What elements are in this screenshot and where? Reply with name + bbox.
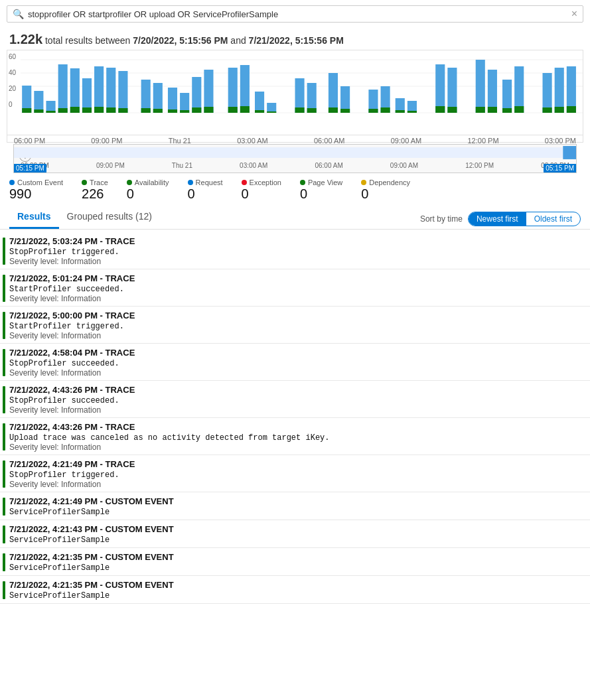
metric-dot-page-view: [300, 180, 305, 185]
svg-rect-67: [502, 108, 512, 113]
svg-rect-11: [58, 108, 68, 113]
svg-rect-38: [255, 92, 264, 113]
svg-rect-23: [141, 108, 151, 113]
result-message: StopProfiler triggered.: [9, 247, 581, 257]
metric-value-request: 0: [188, 186, 223, 202]
result-message: ServiceProfilerSample: [9, 508, 581, 517]
svg-rect-13: [70, 107, 80, 113]
result-title[interactable]: 7/21/2022, 4:21:49 PM - CUSTOM EVENT: [9, 496, 581, 506]
metric-label-trace: Trace: [82, 178, 108, 186]
svg-rect-31: [192, 107, 201, 113]
svg-rect-47: [329, 107, 338, 113]
metric-availability: Availability 0: [127, 178, 169, 202]
svg-rect-66: [502, 80, 512, 113]
result-item: 7/21/2022, 4:21:35 PM - CUSTOM EVENTServ…: [0, 548, 590, 576]
svg-rect-41: [267, 111, 276, 113]
svg-rect-34: [228, 68, 238, 113]
metric-value-custom-event: 990: [9, 186, 63, 202]
metric-dot-availability: [127, 180, 132, 185]
chart-container: 60 40 20 0: [7, 50, 583, 173]
result-message: StopProfiler succeeded.: [9, 359, 581, 368]
svg-rect-53: [381, 107, 390, 113]
svg-rect-62: [476, 60, 485, 113]
svg-rect-40: [267, 103, 276, 113]
results-list: 7/21/2022, 5:03:24 PM - TRACEStopProfile…: [0, 230, 590, 606]
result-title[interactable]: 7/21/2022, 4:58:04 PM - TRACE: [9, 348, 581, 358]
svg-rect-28: [180, 93, 189, 113]
result-item: 7/21/2022, 4:21:49 PM - TRACEStopProfile…: [0, 455, 590, 492]
svg-rect-73: [555, 107, 564, 113]
sort-oldest-button[interactable]: Oldest first: [526, 212, 580, 226]
tabs-bar: Results Grouped results (12) Sort by tim…: [0, 204, 590, 230]
result-title[interactable]: 7/21/2022, 5:00:00 PM - TRACE: [9, 311, 581, 320]
metric-dependency: Dependency 0: [361, 178, 410, 202]
result-title[interactable]: 7/21/2022, 5:01:24 PM - TRACE: [9, 273, 581, 283]
svg-rect-57: [407, 111, 417, 113]
svg-rect-70: [543, 73, 552, 113]
svg-rect-25: [153, 109, 163, 113]
tabs-left: Results Grouped results (12): [9, 208, 160, 229]
metric-label-availability: Availability: [127, 178, 169, 186]
svg-rect-36: [240, 65, 250, 113]
result-title[interactable]: 7/21/2022, 4:21:35 PM - CUSTOM EVENT: [9, 580, 581, 590]
result-severity: Severity level: Information: [9, 368, 581, 378]
result-severity: Severity level: Information: [9, 331, 581, 340]
svg-rect-45: [307, 108, 317, 113]
result-title[interactable]: 7/21/2022, 4:21:49 PM - TRACE: [9, 459, 581, 469]
svg-rect-60: [447, 68, 457, 113]
result-message: Upload trace was canceled as no activity…: [9, 433, 581, 443]
metrics-row: Custom Event 990 Trace 226 Availability …: [0, 173, 590, 204]
svg-rect-55: [396, 110, 405, 113]
svg-rect-5: [22, 108, 31, 113]
svg-rect-51: [368, 109, 378, 113]
result-title[interactable]: 7/21/2022, 4:21:43 PM - CUSTOM EVENT: [9, 524, 581, 534]
close-icon[interactable]: ×: [571, 9, 577, 19]
result-message: ServiceProfilerSample: [9, 535, 581, 545]
chart-area[interactable]: 60 40 20 0: [7, 50, 583, 143]
metric-value-trace: 226: [82, 186, 108, 202]
timeline-left-handle[interactable]: 05:15 PM: [14, 164, 46, 173]
svg-rect-43: [295, 107, 305, 113]
result-severity: Severity level: Information: [9, 294, 581, 303]
metric-dot-request: [188, 180, 193, 185]
result-title[interactable]: 7/21/2022, 4:43:26 PM - TRACE: [9, 385, 581, 395]
y-label-40: 40: [9, 69, 16, 76]
result-message: StartProfiler triggered.: [9, 322, 581, 331]
result-item: 7/21/2022, 5:01:24 PM - TRACEStartProfil…: [0, 269, 590, 307]
metric-custom-event: Custom Event 990: [9, 178, 63, 202]
metric-request: Request 0: [188, 178, 223, 202]
tab-grouped-results[interactable]: Grouped results (12): [59, 208, 160, 229]
svg-rect-10: [58, 64, 68, 113]
tab-results[interactable]: Results: [9, 208, 59, 229]
result-severity: Severity level: Information: [9, 257, 581, 266]
svg-rect-59: [435, 106, 445, 113]
metric-exception: Exception 0: [242, 178, 281, 202]
metric-label-request: Request: [188, 178, 223, 186]
result-title[interactable]: 7/21/2022, 5:03:24 PM - TRACE: [9, 236, 581, 246]
y-label-20: 20: [9, 85, 16, 92]
svg-rect-63: [476, 107, 485, 113]
svg-rect-30: [192, 77, 201, 113]
result-title[interactable]: 7/21/2022, 4:21:35 PM - CUSTOM EVENT: [9, 552, 581, 562]
metric-page-view: Page View 0: [300, 178, 342, 202]
result-item: 7/21/2022, 4:58:04 PM - TRACEStopProfile…: [0, 344, 590, 381]
svg-rect-39: [255, 110, 264, 113]
result-item: 7/21/2022, 5:00:00 PM - TRACEStartProfil…: [0, 307, 590, 344]
result-message: ServiceProfilerSample: [9, 563, 581, 573]
result-message: StartProfiler succeeded.: [9, 285, 581, 294]
svg-rect-65: [488, 107, 497, 113]
result-title[interactable]: 7/21/2022, 4:43:26 PM - TRACE: [9, 422, 581, 432]
svg-rect-72: [555, 68, 564, 113]
search-bar: 🔍 ×: [7, 5, 583, 23]
timeline-container[interactable]: ? 06:00 PM 09:00 PM Thu 21 03:00 AM 06:0…: [13, 144, 577, 173]
result-item: 7/21/2022, 4:21:35 PM - CUSTOM EVENTServ…: [0, 576, 590, 604]
search-icon: 🔍: [13, 9, 24, 19]
svg-rect-64: [488, 70, 497, 113]
search-input[interactable]: [28, 9, 571, 19]
timeline-x-axis: 06:00 PM 09:00 PM Thu 21 03:00 AM 06:00 …: [14, 162, 576, 169]
svg-rect-69: [514, 106, 524, 113]
metric-label-custom-event: Custom Event: [9, 178, 63, 186]
sort-newest-button[interactable]: Newest first: [469, 212, 526, 226]
summary-text: total results between 7/20/2022, 5:15:56…: [45, 35, 344, 46]
timeline-right-handle[interactable]: 05:15 PM: [544, 164, 576, 173]
